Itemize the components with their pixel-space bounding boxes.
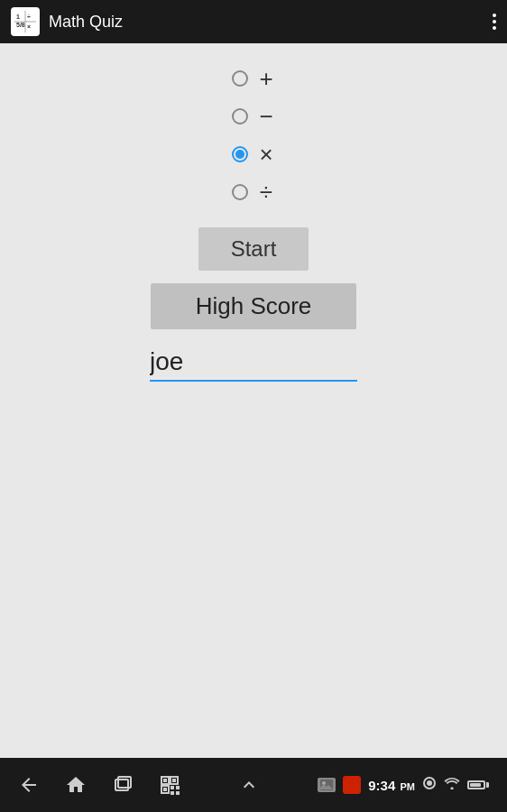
- home-button[interactable]: [65, 774, 87, 796]
- svg-rect-12: [172, 779, 176, 782]
- menu-dot-2: [493, 20, 496, 23]
- qr-icon: [159, 774, 180, 796]
- radio-item-plus[interactable]: +: [232, 61, 275, 96]
- radio-divide[interactable]: [232, 184, 248, 200]
- app-icon: 1 5/8 ÷ ×: [11, 7, 40, 36]
- overflow-menu-button[interactable]: [493, 14, 496, 30]
- name-input-container[interactable]: [150, 347, 357, 382]
- radio-label-divide: ÷: [257, 179, 275, 207]
- home-icon: [65, 774, 87, 796]
- svg-text:5/8: 5/8: [16, 22, 25, 28]
- back-button[interactable]: [18, 774, 40, 796]
- wifi-icon: [444, 777, 460, 793]
- operator-radio-group: + − × ÷: [232, 61, 275, 209]
- svg-rect-10: [163, 779, 167, 782]
- radio-multiply[interactable]: [232, 146, 248, 162]
- radio-minus[interactable]: [232, 108, 248, 125]
- svg-rect-17: [171, 791, 174, 795]
- svg-point-22: [427, 780, 432, 786]
- top-app-bar: 1 5/8 ÷ × Math Quiz: [0, 0, 507, 43]
- qr-button[interactable]: [159, 774, 180, 796]
- image-icon: [320, 780, 333, 790]
- recents-icon: [112, 774, 134, 796]
- red-app-icon: [343, 776, 361, 794]
- radio-label-minus: −: [257, 103, 275, 131]
- menu-dot-3: [493, 26, 496, 30]
- up-arrow-icon: [238, 774, 260, 796]
- radio-item-divide[interactable]: ÷: [232, 175, 275, 209]
- battery-icon: [467, 780, 489, 789]
- main-content: + − × ÷ Start High Score: [0, 43, 507, 758]
- svg-rect-14: [163, 788, 167, 791]
- svg-text:1: 1: [16, 14, 20, 20]
- back-icon: [18, 774, 40, 796]
- radio-plus[interactable]: [232, 70, 248, 87]
- brightness-icon: [422, 776, 437, 794]
- svg-text:÷: ÷: [27, 14, 31, 20]
- radio-item-minus[interactable]: −: [232, 99, 275, 134]
- radio-label-multiply: ×: [257, 141, 275, 169]
- app-icon-svg: 1 5/8 ÷ ×: [13, 9, 38, 34]
- svg-rect-18: [176, 791, 180, 795]
- radio-label-plus: +: [257, 65, 275, 93]
- status-area: 9:34 PM: [318, 776, 489, 794]
- svg-text:×: ×: [27, 23, 31, 30]
- svg-rect-15: [171, 786, 174, 789]
- start-button[interactable]: Start: [198, 227, 309, 271]
- notification-icon: [318, 778, 336, 792]
- radio-item-multiply[interactable]: ×: [232, 137, 275, 171]
- svg-rect-16: [176, 786, 180, 789]
- app-title: Math Quiz: [49, 13, 123, 32]
- name-input[interactable]: [150, 347, 357, 376]
- nav-left-buttons: [18, 774, 180, 796]
- recents-button[interactable]: [112, 774, 134, 796]
- high-score-button[interactable]: High Score: [151, 283, 357, 329]
- status-time: 9:34 PM: [368, 778, 415, 793]
- top-bar-left: 1 5/8 ÷ × Math Quiz: [11, 7, 123, 36]
- time-meridiem: PM: [400, 781, 415, 792]
- nav-center: [238, 774, 260, 796]
- bottom-nav-bar: 9:34 PM: [0, 758, 507, 812]
- time-value: 9:34: [368, 778, 395, 793]
- menu-dot-1: [493, 14, 496, 17]
- up-button[interactable]: [238, 774, 260, 796]
